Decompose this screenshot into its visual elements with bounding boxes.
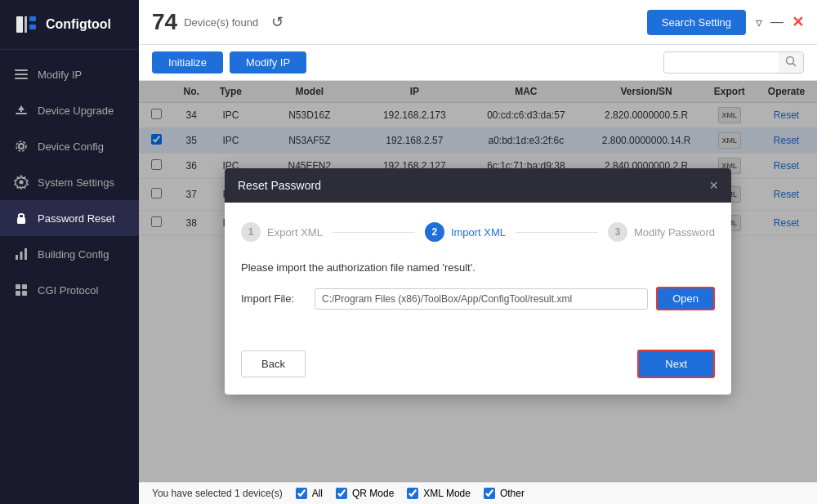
svg-rect-6 — [15, 78, 28, 79]
step-3-circle: 3 — [608, 222, 627, 242]
minimize-icon[interactable]: — — [770, 15, 784, 29]
gear-icon — [13, 138, 29, 154]
modal-title: Reset Password — [238, 179, 321, 192]
step-2-circle: 2 — [425, 222, 444, 242]
all-checkbox-group: All — [296, 488, 323, 499]
refresh-icon[interactable]: ↺ — [271, 13, 283, 31]
svg-point-8 — [19, 144, 24, 149]
modal-overlay: Reset Password × 1 Export XML — [139, 81, 817, 482]
modal-close-button[interactable]: × — [709, 178, 718, 193]
sidebar-item-device-upgrade[interactable]: Device Upgrade — [0, 92, 139, 128]
qr-mode-checkbox-group: QR Mode — [336, 488, 394, 499]
step-1-number: 1 — [248, 226, 254, 238]
qr-mode-label: QR Mode — [352, 488, 394, 499]
svg-point-10 — [20, 181, 24, 185]
stepper: 1 Export XML 2 Import XML — [241, 222, 715, 242]
sidebar-label-system-settings: System Settings — [38, 176, 114, 189]
header-actions: ▿ — ✕ — [756, 13, 804, 31]
step-2-label: Import XML — [451, 226, 506, 239]
upgrade-icon — [13, 102, 29, 118]
settings-icon — [13, 174, 29, 190]
initialize-button[interactable]: Initialize — [152, 51, 223, 74]
next-button[interactable]: Next — [637, 350, 715, 378]
svg-rect-14 — [25, 248, 27, 260]
svg-rect-3 — [29, 25, 36, 29]
main-content: 74 Device(s) found ↺ Search Setting ▿ — … — [139, 0, 817, 504]
reset-password-modal: Reset Password × 1 Export XML — [225, 168, 731, 395]
search-input[interactable] — [664, 53, 779, 72]
search-icon — [785, 56, 797, 67]
grid-icon — [13, 282, 29, 298]
open-button[interactable]: Open — [656, 287, 715, 310]
modal-header: Reset Password × — [225, 168, 731, 203]
modal-footer: Back Next — [225, 337, 731, 395]
svg-rect-11 — [17, 217, 25, 224]
sidebar-item-device-config[interactable]: Device Config — [0, 128, 139, 164]
xml-mode-checkbox[interactable] — [407, 488, 418, 499]
svg-rect-4 — [15, 69, 28, 71]
qr-mode-checkbox[interactable] — [336, 488, 347, 499]
svg-rect-18 — [22, 291, 27, 296]
modal-body: 1 Export XML 2 Import XML — [225, 203, 731, 337]
import-file-row: Import File: Open — [241, 287, 715, 310]
app-title: Configtool — [46, 17, 111, 32]
step-3: 3 Modify Password — [608, 222, 715, 242]
device-count: 74 Device(s) found ↺ — [152, 9, 283, 35]
step-connector-2 — [516, 232, 598, 233]
other-checkbox[interactable] — [484, 488, 495, 499]
sidebar-label-modify-ip: Modify IP — [38, 69, 82, 81]
sidebar-item-building-config[interactable]: Building Config — [0, 236, 139, 272]
sidebar-label-cgi-protocol: CGI Protocol — [38, 284, 98, 297]
svg-rect-13 — [20, 252, 23, 260]
svg-rect-0 — [16, 16, 23, 33]
all-checkbox[interactable] — [296, 488, 307, 499]
step-3-number: 3 — [615, 226, 621, 238]
sidebar-item-system-settings[interactable]: System Settings — [0, 164, 139, 200]
status-bar: You have selected 1 device(s) All QR Mod… — [139, 482, 817, 504]
header: 74 Device(s) found ↺ Search Setting ▿ — … — [139, 0, 817, 45]
filter-icon[interactable]: ▿ — [756, 15, 762, 30]
svg-rect-7 — [16, 113, 27, 114]
svg-line-20 — [793, 64, 797, 67]
other-checkbox-group: Other — [484, 488, 525, 499]
device-count-number: 74 — [152, 9, 177, 35]
import-file-input[interactable] — [315, 288, 648, 310]
other-label: Other — [500, 488, 525, 499]
step-1-circle: 1 — [241, 222, 261, 242]
import-note: Please import the authorization file nam… — [241, 261, 715, 274]
svg-rect-12 — [16, 255, 18, 260]
search-setting-button[interactable]: Search Setting — [647, 10, 746, 35]
chart-icon — [13, 246, 29, 262]
xml-mode-label: XML Mode — [423, 488, 471, 499]
sidebar-label-password-reset: Password Reset — [38, 212, 115, 225]
svg-rect-16 — [22, 284, 27, 289]
back-button[interactable]: Back — [241, 350, 306, 377]
search-box — [663, 51, 804, 74]
step-connector-1 — [333, 232, 415, 233]
sidebar-nav: Modify IP Device Upgrade — [0, 50, 139, 504]
step-1-label: Export XML — [267, 226, 323, 239]
sidebar-item-cgi-protocol[interactable]: CGI Protocol — [0, 272, 139, 308]
step-2: 2 Import XML — [425, 222, 506, 242]
svg-rect-5 — [15, 74, 28, 75]
sidebar-item-password-reset[interactable]: Password Reset — [0, 200, 139, 236]
svg-rect-15 — [16, 284, 20, 289]
step-3-label: Modify Password — [634, 226, 715, 239]
network-icon — [13, 66, 29, 83]
modify-ip-button[interactable]: Modify IP — [230, 51, 306, 74]
sidebar: Configtool Modify IP — [0, 0, 139, 504]
sidebar-item-modify-ip[interactable]: Modify IP — [0, 56, 139, 92]
app-logo: Configtool — [0, 0, 139, 50]
step-1: 1 Export XML — [241, 222, 323, 242]
all-label: All — [312, 488, 323, 499]
lock-icon — [13, 210, 29, 226]
window-close-icon[interactable]: ✕ — [792, 13, 804, 31]
device-found-label: Device(s) found — [184, 16, 258, 29]
sidebar-label-device-upgrade: Device Upgrade — [38, 105, 114, 117]
svg-point-9 — [16, 141, 26, 151]
svg-rect-1 — [25, 16, 27, 33]
search-button[interactable] — [779, 52, 803, 73]
svg-point-19 — [787, 57, 794, 65]
svg-rect-2 — [29, 16, 36, 21]
xml-mode-checkbox-group: XML Mode — [407, 488, 471, 499]
